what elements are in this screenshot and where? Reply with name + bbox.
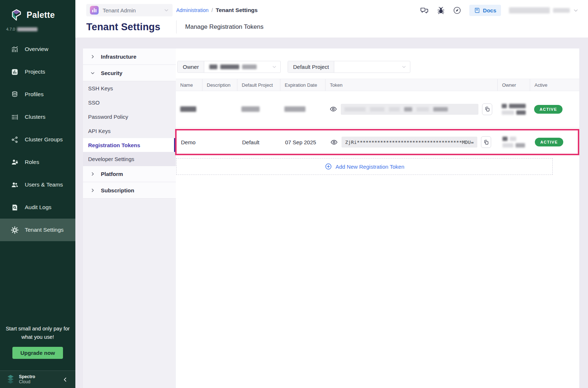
column-header-active: Active (530, 79, 579, 91)
app-window: Palette 4.7.0 Overview Projects (0, 0, 588, 388)
default-project-filter[interactable]: Default Project (288, 61, 410, 73)
registration-tokens-panel: Owner Default Project Name Description (176, 48, 579, 388)
settings-group-platform[interactable]: Platform (83, 166, 176, 182)
owner-filter-label: Owner (178, 61, 204, 72)
token-expiration-date: 07 Sep 2025 (281, 130, 326, 154)
roles-icon (11, 158, 19, 166)
column-header-expiration-date: Expiration Date (280, 79, 325, 91)
token-description (203, 130, 238, 154)
status-badge-active: ACTIVE (534, 105, 563, 114)
chevron-right-icon (90, 54, 95, 59)
content-area: Infrastructure Security SSH Keys SSO Pas… (75, 38, 588, 388)
settings-item-developer-settings[interactable]: Developer Settings (83, 152, 176, 166)
primary-nav: Overview Projects Profiles Clusters (0, 38, 75, 241)
palette-logo-icon (10, 8, 23, 22)
status-badge-active: ACTIVE (535, 138, 563, 146)
scope-selector[interactable]: Tenant Admin (86, 4, 173, 16)
breadcrumb-separator: / (212, 7, 213, 13)
docs-button-label: Docs (483, 7, 496, 13)
user-name-redacted (509, 7, 550, 13)
users-teams-icon (11, 181, 19, 189)
token-default-project: Default (238, 130, 281, 154)
name-redacted (180, 106, 196, 112)
scope-selector-label: Tenant Admin (103, 7, 164, 13)
chevron-right-icon (90, 188, 95, 193)
copy-token-button[interactable] (481, 136, 491, 148)
clusters-icon (11, 113, 19, 121)
settings-group-security[interactable]: Security (83, 65, 176, 81)
upgrade-now-button[interactable]: Upgrade now (12, 347, 63, 359)
settings-item-ssh-keys[interactable]: SSH Keys (83, 81, 176, 95)
settings-item-registration-tokens[interactable]: Registration Tokens (83, 138, 176, 152)
owner-filter[interactable]: Owner (177, 61, 281, 73)
cluster-groups-icon (11, 136, 19, 144)
upsell-block: Start small and only pay for what you us… (0, 325, 75, 359)
sidebar-item-audit-logs[interactable]: Audit Logs (0, 196, 75, 219)
add-new-registration-token-button[interactable]: Add New Registration Token (176, 158, 553, 175)
user-name-redacted-2 (553, 8, 570, 13)
audit-logs-icon (11, 204, 19, 211)
docs-button[interactable]: Docs (469, 5, 501, 16)
primary-sidebar: Palette 4.7.0 Overview Projects (0, 0, 75, 388)
sidebar-item-overview[interactable]: Overview (0, 38, 75, 60)
sidebar-item-profiles[interactable]: Profiles (0, 83, 75, 106)
owner-filter-value-redacted (242, 64, 257, 69)
page-title: Tenant Settings (86, 21, 161, 33)
show-token-eye-icon[interactable] (329, 105, 337, 113)
compass-icon[interactable] (453, 6, 461, 15)
overview-icon (11, 46, 19, 53)
table-row: Demo Default 07 Sep 2025 ZjRi***********… (177, 130, 578, 154)
settings-item-api-keys[interactable]: API Keys (83, 124, 176, 138)
settings-item-password-policy[interactable]: Password Policy (83, 110, 176, 124)
sidebar-item-cluster-groups[interactable]: Cluster Groups (0, 128, 75, 151)
column-header-token: Token (325, 79, 497, 91)
collapse-sidebar-chevron-left-icon[interactable] (62, 377, 68, 383)
show-token-eye-icon[interactable] (330, 138, 338, 146)
table-row: ACTIVE (176, 91, 579, 128)
token-masked-value: ZjRi************************************… (342, 137, 477, 148)
settings-item-sso[interactable]: SSO (83, 95, 176, 110)
brand-logo-row: Palette (0, 0, 75, 22)
top-bar: Tenant Admin Administration / Tenant Set… (75, 0, 588, 38)
owner-redacted (502, 137, 525, 148)
gear-icon (11, 226, 19, 234)
plus-circle-icon (325, 163, 332, 170)
bug-report-icon[interactable] (437, 6, 445, 15)
sidebar-footer: Spectro Cloud (0, 371, 75, 388)
chevron-down-icon (164, 8, 169, 13)
sidebar-item-tenant-settings[interactable]: Tenant Settings (0, 219, 75, 241)
add-new-registration-token-label: Add New Registration Token (336, 164, 405, 170)
sidebar-item-roles[interactable]: Roles (0, 151, 75, 173)
sidebar-item-users-teams[interactable]: Users & Teams (0, 173, 75, 196)
profiles-icon (11, 91, 19, 98)
sidebar-item-clusters[interactable]: Clusters (0, 106, 75, 128)
title-divider (176, 20, 177, 34)
book-icon (474, 7, 480, 13)
column-header-owner: Owner (497, 79, 530, 91)
default-project-filter-label: Default Project (288, 61, 334, 72)
column-header-default-project: Default Project (237, 79, 280, 91)
highlight-annotation-box: Demo Default 07 Sep 2025 ZjRi***********… (175, 129, 579, 155)
breadcrumb: Administration / Tenant Settings (176, 7, 258, 13)
brand-name: Palette (27, 10, 55, 20)
sidebar-item-projects[interactable]: Projects (0, 60, 75, 83)
token-name: Demo (177, 130, 203, 154)
version-number: 4.7.0 (6, 27, 15, 31)
column-header-description: Description (202, 79, 237, 91)
token-value-redacted (341, 104, 478, 115)
chevron-down-icon (272, 64, 277, 69)
default-project-redacted (241, 106, 260, 112)
projects-icon (11, 68, 19, 76)
user-menu[interactable] (509, 7, 579, 13)
upsell-message: Start small and only pay for what you us… (5, 325, 71, 341)
version-suffix-redacted (17, 27, 38, 31)
breadcrumb-administration-link[interactable]: Administration (176, 7, 209, 13)
owner-redacted (502, 104, 526, 115)
settings-group-subscription[interactable]: Subscription (83, 182, 176, 199)
column-header-name: Name (176, 79, 202, 91)
copy-token-button[interactable] (482, 103, 492, 115)
chat-icon[interactable] (420, 6, 429, 15)
chevron-down-icon (90, 71, 95, 75)
settings-group-infrastructure[interactable]: Infrastructure (83, 48, 176, 65)
spectro-cloud-brand: Spectro Cloud (19, 375, 35, 385)
